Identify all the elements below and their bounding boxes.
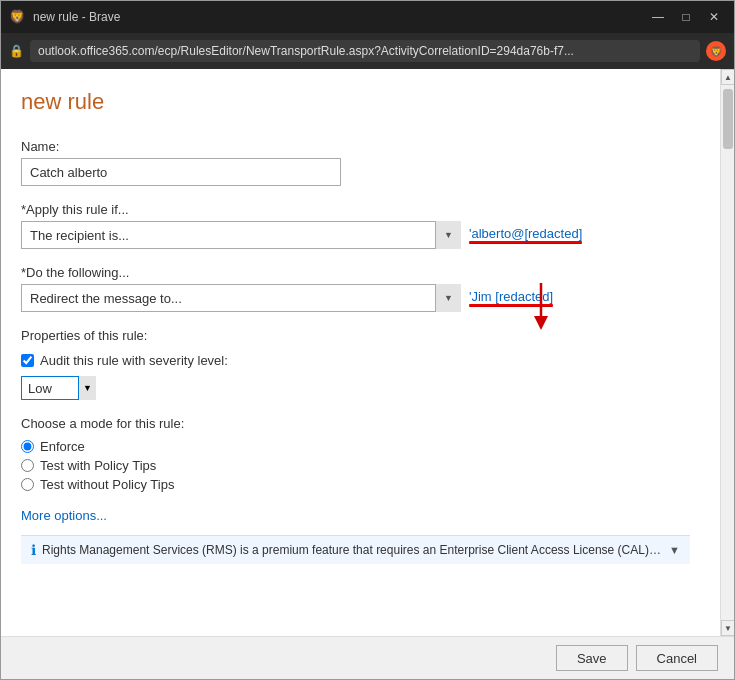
severity-row: Low Medium High ▼	[21, 376, 690, 400]
recipient-value-area: 'alberto@[redacted]	[469, 226, 582, 244]
brave-shield-icon[interactable]: 🦁	[706, 41, 726, 61]
scrollbar[interactable]: ▲ ▼	[720, 69, 734, 636]
test-no-tips-radio-row: Test without Policy Tips	[21, 477, 690, 492]
severity-select[interactable]: Low Medium High	[21, 376, 96, 400]
lock-icon: 🔒	[9, 44, 24, 58]
bottom-bar: Save Cancel	[1, 636, 734, 679]
audit-checkbox-row: Audit this rule with severity level:	[21, 353, 690, 368]
main-area: new rule Name: *Apply this rule if... Th…	[1, 69, 720, 636]
apply-rule-select-wrapper: The recipient is... ▼	[21, 221, 461, 249]
severity-select-wrapper: Low Medium High ▼	[21, 376, 96, 400]
info-bar-expand-icon[interactable]: ▼	[669, 544, 680, 556]
minimize-button[interactable]: —	[646, 7, 670, 27]
scrollbar-down-arrow[interactable]: ▼	[721, 620, 734, 636]
do-following-label: *Do the following...	[21, 265, 690, 280]
do-following-select-wrapper: Redirect the message to... ▼	[21, 284, 461, 312]
enforce-radio-row: Enforce	[21, 439, 690, 454]
name-input[interactable]	[21, 158, 341, 186]
redirect-value-area: 'Jim [redacted]	[469, 289, 553, 307]
info-bar: ℹ Rights Management Services (RMS) is a …	[21, 535, 690, 564]
close-button[interactable]: ✕	[702, 7, 726, 27]
do-following-select[interactable]: Redirect the message to...	[21, 284, 461, 312]
properties-group: Properties of this rule: Audit this rule…	[21, 328, 690, 492]
url-bar[interactable]: outlook.office365.com/ecp/RulesEditor/Ne…	[30, 40, 700, 62]
maximize-button[interactable]: □	[674, 7, 698, 27]
title-bar: 🦁 new rule - Brave — □ ✕	[1, 1, 734, 33]
name-label: Name:	[21, 139, 690, 154]
cancel-button[interactable]: Cancel	[636, 645, 718, 671]
redirect-value-link[interactable]: 'Jim [redacted]	[469, 289, 553, 304]
browser-window: 🦁 new rule - Brave — □ ✕ 🔒 outlook.offic…	[0, 0, 735, 680]
name-group: Name:	[21, 139, 690, 186]
mode-title: Choose a mode for this rule:	[21, 416, 690, 431]
window-controls: — □ ✕	[646, 7, 726, 27]
apply-rule-select[interactable]: The recipient is...	[21, 221, 461, 249]
do-following-row: Redirect the message to... ▼ 'Jim [redac…	[21, 284, 690, 312]
scrollbar-thumb[interactable]	[723, 89, 733, 149]
window-title: new rule - Brave	[33, 10, 638, 24]
test-without-policy-tips-radio[interactable]	[21, 478, 34, 491]
audit-checkbox[interactable]	[21, 354, 34, 367]
brave-logo-icon: 🦁	[9, 9, 25, 25]
info-icon: ℹ	[31, 542, 36, 558]
test-no-tips-label: Test without Policy Tips	[40, 477, 174, 492]
mode-section: Choose a mode for this rule: Enforce Tes…	[21, 416, 690, 492]
do-following-group: *Do the following... Redirect the messag…	[21, 265, 690, 312]
test-with-policy-tips-radio[interactable]	[21, 459, 34, 472]
scrollbar-up-arrow[interactable]: ▲	[721, 69, 734, 85]
apply-rule-label: *Apply this rule if...	[21, 202, 690, 217]
recipient-value-link[interactable]: 'alberto@[redacted]	[469, 226, 582, 241]
apply-rule-row: The recipient is... ▼ 'alberto@[redacted…	[21, 221, 690, 249]
save-button[interactable]: Save	[556, 645, 628, 671]
more-options-link[interactable]: More options...	[21, 508, 690, 523]
info-text: Rights Management Services (RMS) is a pr…	[42, 543, 663, 557]
properties-title: Properties of this rule:	[21, 328, 690, 343]
enforce-radio[interactable]	[21, 440, 34, 453]
page-title: new rule	[21, 89, 690, 115]
audit-label: Audit this rule with severity level:	[40, 353, 228, 368]
test-tips-label: Test with Policy Tips	[40, 458, 156, 473]
page-content: new rule Name: *Apply this rule if... Th…	[1, 69, 734, 636]
address-bar: 🔒 outlook.office365.com/ecp/RulesEditor/…	[1, 33, 734, 69]
apply-rule-group: *Apply this rule if... The recipient is.…	[21, 202, 690, 249]
enforce-label: Enforce	[40, 439, 85, 454]
test-tips-radio-row: Test with Policy Tips	[21, 458, 690, 473]
